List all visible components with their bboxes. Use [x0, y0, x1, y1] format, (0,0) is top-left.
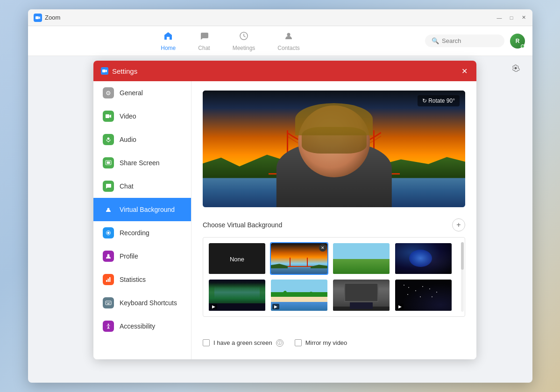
sidebar-item-statistics[interactable]: Statistics — [93, 268, 191, 291]
sidebar-item-recording[interactable]: Recording — [93, 221, 191, 245]
general-icon: ⚙ — [103, 87, 114, 98]
svg-rect-4 — [102, 70, 106, 72]
title-bar: Zoom — □ ✕ — [28, 9, 532, 26]
nav-search: 🔍 — [425, 35, 504, 47]
sidebar-statistics-label: Statistics — [120, 276, 146, 283]
svg-rect-21 — [108, 302, 109, 303]
svg-marker-5 — [106, 70, 107, 72]
vbg-thumb-space[interactable] — [394, 242, 453, 275]
chat-settings-icon — [103, 181, 114, 192]
sidebar-item-video[interactable]: Video — [93, 105, 191, 128]
vbg-thumb-garage[interactable] — [332, 279, 390, 311]
sidebar-audio-label: Audio — [120, 136, 136, 143]
svg-rect-11 — [107, 161, 110, 164]
mirror-video-checkbox[interactable]: Mirror my video — [295, 339, 347, 346]
settings-header: Settings ✕ — [93, 61, 476, 81]
vbg-scrollbar[interactable] — [461, 242, 464, 312]
nav-tab-meetings-label: Meetings — [233, 45, 255, 51]
sidebar-item-audio[interactable]: Audio — [93, 128, 191, 151]
vbg-thumb-bridge[interactable]: ✕ — [270, 242, 328, 275]
vbg-thumb-none[interactable]: None — [208, 242, 266, 275]
vbg-thumb-beach[interactable]: ▶ — [270, 279, 328, 311]
nav-tab-home[interactable]: Home — [149, 27, 187, 55]
svg-point-14 — [107, 232, 110, 234]
vbg-section-label: Choose Virtual Background — [203, 221, 282, 229]
svg-point-15 — [107, 254, 110, 257]
vbg-delete-bridge[interactable]: ✕ — [319, 244, 326, 252]
dark-video-badge: ▶ — [397, 304, 404, 309]
zoom-logo-icon — [34, 14, 42, 22]
vbg-thumb-grass[interactable] — [332, 242, 390, 275]
avatar[interactable]: R — [510, 34, 525, 49]
nav-tab-contacts-label: Contacts — [277, 45, 299, 51]
settings-header-left: Settings — [101, 67, 137, 75]
svg-rect-18 — [109, 277, 111, 282]
close-button[interactable]: ✕ — [520, 14, 527, 21]
vbg-scroll-container: None — [203, 237, 465, 317]
minimize-button[interactable]: — — [496, 14, 503, 21]
search-input[interactable] — [442, 37, 498, 44]
rotate-button[interactable]: ↻ Rotate 90° — [418, 95, 460, 106]
mirror-video-checkbox-box[interactable] — [295, 339, 302, 346]
svg-rect-22 — [109, 302, 110, 303]
video-icon — [103, 111, 114, 122]
svg-marker-1 — [39, 16, 41, 19]
title-bar-controls: — □ ✕ — [496, 14, 527, 21]
svg-rect-17 — [108, 279, 109, 282]
vbg-checkboxes: I have a green screen ⓘ Mirror my video — [203, 332, 465, 347]
sidebar-item-share-screen[interactable]: Share Screen — [93, 151, 191, 175]
sidebar-item-profile[interactable]: Profile — [93, 245, 191, 268]
sidebar-accessibility-label: Accessibility — [120, 322, 155, 330]
sidebar-item-general[interactable]: ⚙ General — [93, 81, 191, 105]
sidebar-item-chat[interactable]: Chat — [93, 175, 191, 198]
settings-title: Settings — [112, 67, 137, 75]
vbg-thumb-dark[interactable]: ▶ — [394, 279, 453, 311]
mirror-video-label: Mirror my video — [305, 339, 347, 346]
sidebar-item-virtual-background[interactable]: Virtual Background — [93, 198, 191, 221]
settings-logo-icon — [101, 67, 108, 75]
svg-marker-7 — [110, 115, 112, 118]
sidebar-item-keyboard-shortcuts[interactable]: Keyboard Shortcuts — [93, 291, 191, 315]
nav-tab-chat-label: Chat — [198, 45, 210, 51]
settings-close-button[interactable]: ✕ — [460, 66, 469, 76]
profile-icon — [103, 251, 114, 262]
beach-video-badge: ▶ — [272, 304, 279, 309]
green-screen-checkbox-box[interactable] — [203, 339, 210, 346]
sidebar-item-accessibility[interactable]: Accessibility — [93, 315, 191, 338]
share-screen-icon — [103, 157, 114, 168]
nav-tab-contacts[interactable]: Contacts — [266, 27, 311, 55]
main-content: Settings ✕ ⚙ General — [28, 56, 532, 383]
statistics-icon — [103, 274, 114, 285]
nav-tab-chat[interactable]: Chat — [187, 27, 221, 55]
svg-point-24 — [108, 324, 109, 325]
sidebar-keyboard-label: Keyboard Shortcuts — [120, 299, 177, 307]
nav-bar: Home Chat Meetings — [28, 26, 532, 56]
maximize-button[interactable]: □ — [508, 14, 515, 21]
settings-dialog: Settings ✕ ⚙ General — [93, 61, 476, 359]
app-title: Zoom — [45, 14, 60, 21]
svg-rect-0 — [35, 16, 39, 19]
meetings-icon — [239, 31, 249, 43]
svg-rect-23 — [107, 303, 110, 304]
svg-point-8 — [107, 138, 110, 140]
green-screen-info-icon[interactable]: ⓘ — [276, 339, 284, 347]
nav-tab-meetings[interactable]: Meetings — [221, 27, 267, 55]
vbg-add-button[interactable]: + — [452, 218, 465, 231]
video-preview: ↻ Rotate 90° — [203, 91, 465, 207]
settings-gear-button[interactable] — [508, 61, 523, 76]
app-window: Zoom — □ ✕ Home — [28, 9, 532, 383]
recording-icon — [103, 227, 114, 238]
keyboard-icon — [103, 297, 114, 308]
svg-rect-6 — [106, 114, 109, 118]
contacts-icon — [284, 31, 294, 43]
vbg-thumb-aurora[interactable]: ▶ — [208, 279, 266, 311]
virtual-background-icon — [103, 204, 114, 215]
sidebar-recording-label: Recording — [120, 229, 149, 237]
sidebar-share-label: Share Screen — [120, 159, 160, 167]
accessibility-icon — [103, 321, 114, 332]
settings-body: ⚙ General Video — [93, 81, 476, 359]
green-screen-checkbox[interactable]: I have a green screen ⓘ — [203, 339, 284, 347]
sidebar-chat-label: Chat — [120, 182, 134, 190]
sidebar-general-label: General — [120, 89, 143, 97]
svg-rect-20 — [106, 302, 107, 303]
